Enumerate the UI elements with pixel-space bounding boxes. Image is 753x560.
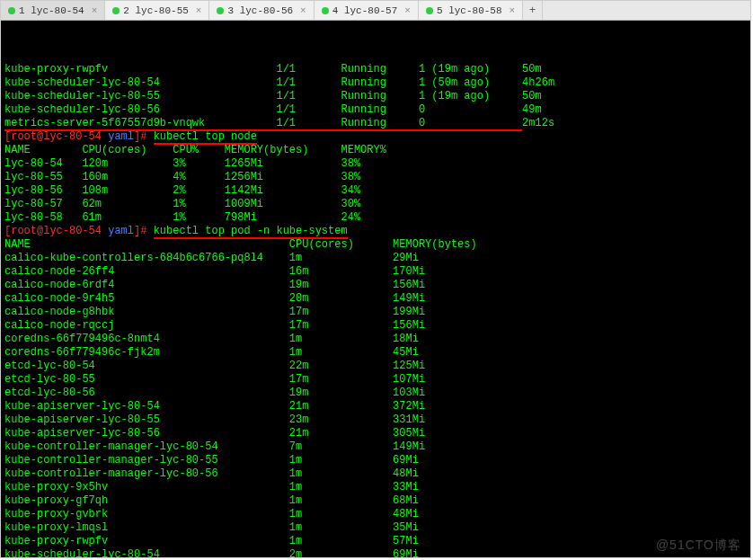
top-pod-row: coredns-66f779496c-8nmt4 1m 18Mi: [4, 333, 747, 346]
prompt-suffix: ]#: [134, 130, 154, 143]
prompt-cwd: yaml: [108, 130, 134, 143]
node-mem-pct: 38%: [341, 157, 360, 170]
tab-index: 2 lyc-80-55: [123, 5, 189, 16]
pod-cpu: 2m: [289, 548, 393, 557]
node-cpu-cores: 120m: [82, 157, 173, 170]
col-cpu-pct: CPU%: [173, 144, 225, 156]
command-text: kubectl top node: [154, 130, 257, 145]
top-pod-row: kube-apiserver-lyc-80-56 21m 305Mi: [4, 427, 747, 440]
top-pod-row: etcd-lyc-80-56 19m 103Mi: [4, 387, 747, 400]
pod-cpu: 7m: [289, 440, 393, 453]
node-name: lyc-80-56: [4, 184, 82, 197]
pod-cpu: 23m: [289, 413, 393, 426]
pod-restarts: 1 (19m ago): [419, 90, 522, 102]
node-mem-bytes: 798Mi: [225, 211, 341, 224]
col-cpu-cores: CPU(cores): [289, 238, 393, 251]
top-pod-row: kube-proxy-gvbrk 1m 48Mi: [4, 508, 747, 521]
pod-name: calico-node-26ff4: [4, 265, 289, 278]
pod-name: kube-controller-manager-lyc-80-55: [4, 454, 289, 467]
tab-close-icon[interactable]: ×: [404, 5, 411, 16]
top-node-row: lyc-80-57 62m 1% 1009Mi 30%: [4, 198, 747, 211]
pod-mem: 69Mi: [393, 454, 419, 467]
pod-name: kube-apiserver-lyc-80-54: [4, 400, 289, 413]
pod-ready: 1/1: [276, 90, 341, 102]
pod-mem: 170Mi: [393, 265, 425, 278]
tab-lyc-80-58[interactable]: 5 lyc-80-58×: [419, 1, 523, 20]
top-node-header: NAME CPU(cores) CPU% MEMORY(bytes) MEMOR…: [4, 144, 747, 157]
pod-name: metrics-server-5f67557d9b-vnqwk: [4, 117, 276, 131]
top-pod-row: kube-apiserver-lyc-80-54 21m 372Mi: [4, 400, 747, 413]
pod-cpu: 21m: [289, 400, 393, 413]
pod-cpu: 17m: [289, 306, 393, 318]
node-mem-pct: 30%: [341, 198, 360, 210]
running-row: kube-proxy-rwpfv 1/1 Running 1 (19m ago)…: [4, 63, 747, 76]
pod-mem: 35Mi: [393, 521, 419, 534]
tab-add-button[interactable]: +: [523, 1, 543, 20]
tab-lyc-80-54[interactable]: 1 lyc-80-54×: [1, 1, 105, 20]
tab-close-icon[interactable]: ×: [509, 5, 516, 16]
pod-status: Running: [341, 76, 418, 89]
node-cpu-cores: 61m: [82, 211, 173, 224]
tab-close-icon[interactable]: ×: [92, 5, 98, 16]
pod-cpu: 16m: [289, 265, 393, 278]
pod-cpu: 1m: [289, 467, 393, 480]
col-mem-bytes: MEMORY(bytes): [393, 238, 477, 251]
tab-close-icon[interactable]: ×: [300, 5, 306, 16]
pod-mem: 125Mi: [393, 360, 425, 372]
top-pod-row: etcd-lyc-80-54 22m 125Mi: [4, 360, 747, 373]
prompt-line: [root@lyc-80-54 yaml]# kubectl top pod -…: [4, 225, 747, 238]
top-pod-row: kube-proxy-rwpfv 1m 57Mi: [4, 535, 747, 548]
pod-ready: 1/1: [276, 103, 341, 116]
node-mem-bytes: 1256Mi: [225, 171, 341, 183]
watermark: @51CTO博客: [656, 538, 741, 552]
node-mem-pct: 34%: [341, 184, 360, 197]
top-pod-row: calico-node-26ff4 16m 170Mi: [4, 265, 747, 279]
node-name: lyc-80-58: [4, 211, 82, 224]
node-cpu-pct: 1%: [173, 198, 225, 210]
command-text: kubectl top pod -n kube-system: [154, 225, 348, 239]
status-dot-icon: [112, 7, 120, 14]
pod-name: kube-controller-manager-lyc-80-54: [4, 440, 289, 453]
tab-lyc-80-57[interactable]: 4 lyc-80-57×: [314, 1, 419, 20]
pod-name: kube-proxy-gf7qh: [4, 494, 289, 507]
top-pod-row: kube-controller-manager-lyc-80-54 7m 149…: [4, 440, 747, 454]
pod-age: 49m: [522, 103, 542, 116]
tab-close-icon[interactable]: ×: [196, 5, 202, 16]
pod-age: 50m: [522, 90, 542, 102]
tab-lyc-80-56[interactable]: 3 lyc-80-56×: [209, 1, 314, 20]
node-cpu-pct: 4%: [173, 171, 225, 183]
tab-lyc-80-55[interactable]: 2 lyc-80-55×: [105, 1, 209, 20]
pod-cpu: 17m: [289, 319, 393, 332]
status-dot-icon: [217, 7, 224, 14]
pod-age: 4h26m: [522, 76, 554, 89]
status-dot-icon: [8, 7, 15, 14]
pod-age: 50m: [522, 63, 542, 76]
top-pod-header: NAME CPU(cores) MEMORY(bytes): [4, 238, 747, 252]
top-node-row: lyc-80-54 120m 3% 1265Mi 38%: [4, 157, 747, 171]
pod-mem: 149Mi: [393, 292, 425, 305]
pod-cpu: 1m: [289, 521, 393, 534]
status-dot-icon: [426, 7, 433, 14]
pod-mem: 68Mi: [393, 494, 419, 507]
pod-status: Running: [341, 117, 418, 131]
pod-mem: 149Mi: [393, 440, 425, 453]
prompt-userhost: [root@lyc-80-54: [4, 225, 108, 237]
pod-name: kube-proxy-9x5hv: [4, 481, 289, 493]
node-name: lyc-80-54: [4, 157, 82, 170]
top-pod-row: calico-node-9r4h5 20m 149Mi: [4, 292, 747, 306]
tab-index: 1 lyc-80-54: [19, 5, 84, 16]
pod-ready: 1/1: [276, 76, 341, 89]
terminal-body[interactable]: @51CTO博客 kube-proxy-rwpfv 1/1 Running 1 …: [1, 21, 750, 557]
pod-restarts: 0: [419, 103, 522, 116]
pod-mem: 372Mi: [393, 400, 425, 413]
tab-index: 3 lyc-80-56: [227, 5, 293, 16]
pod-mem: 29Mi: [393, 252, 419, 264]
node-name: lyc-80-57: [4, 198, 82, 210]
pod-name: kube-proxy-rwpfv: [4, 63, 276, 76]
col-mem-pct: MEMORY%: [341, 144, 385, 156]
pod-name: kube-proxy-gvbrk: [4, 508, 289, 520]
pod-cpu: 1m: [289, 333, 393, 345]
pod-cpu: 1m: [289, 481, 393, 493]
running-row: kube-scheduler-lyc-80-55 1/1 Running 1 (…: [4, 90, 747, 103]
running-row: kube-scheduler-lyc-80-56 1/1 Running 0 4…: [4, 103, 747, 117]
